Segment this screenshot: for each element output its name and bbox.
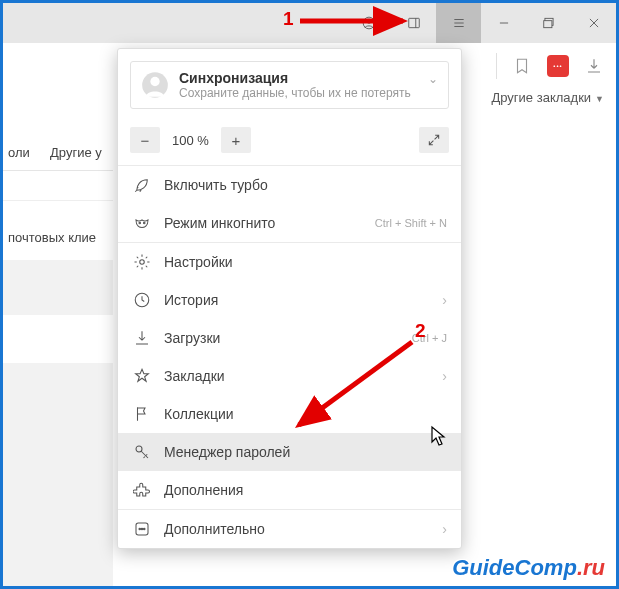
toolbar-right: ••• xyxy=(486,43,616,88)
menu-item-label: История xyxy=(164,292,218,308)
svg-point-15 xyxy=(144,222,146,224)
svg-point-1 xyxy=(366,19,370,23)
menu-item-label: Загрузки xyxy=(164,330,220,346)
menu-item-downloads[interactable]: Загрузки Ctrl + J xyxy=(118,319,461,357)
separator xyxy=(496,53,497,79)
menu-item-label: Настройки xyxy=(164,254,233,270)
bg-pane xyxy=(3,315,113,363)
svg-point-14 xyxy=(139,222,141,224)
svg-point-18 xyxy=(136,446,142,452)
watermark-text-a: GuideComp xyxy=(452,555,577,580)
rocket-icon xyxy=(132,175,152,195)
menu-item-history[interactable]: История › xyxy=(118,281,461,319)
bg-pane xyxy=(3,260,113,586)
sync-subtitle: Сохраните данные, чтобы их не потерять xyxy=(179,86,411,100)
download-icon xyxy=(132,328,152,348)
menu-item-collections[interactable]: Коллекции xyxy=(118,395,461,433)
menu-item-bookmarks[interactable]: Закладки › xyxy=(118,357,461,395)
sidebar-icon[interactable] xyxy=(391,3,436,43)
menu-item-label: Включить турбо xyxy=(164,177,268,193)
menu-item-password-manager[interactable]: Менеджер паролей xyxy=(118,433,461,471)
menu-item-label: Дополнения xyxy=(164,482,243,498)
other-bookmarks-button[interactable]: Другие закладки▼ xyxy=(491,90,604,105)
watermark-text-b: .ru xyxy=(577,555,605,580)
svg-point-20 xyxy=(139,528,141,530)
svg-point-22 xyxy=(144,528,146,530)
bg-text: почтовых клие xyxy=(8,230,96,245)
menu-item-label: Менеджер паролей xyxy=(164,444,290,460)
flag-icon xyxy=(132,404,152,424)
menu-item-addons[interactable]: Дополнения xyxy=(118,471,461,509)
lastpass-icon[interactable]: ••• xyxy=(547,55,569,77)
menu-item-more[interactable]: Дополнительно › xyxy=(118,510,461,548)
annotation-number-2: 2 xyxy=(415,320,426,342)
sync-promo-box[interactable]: Синхронизация Сохраните данные, чтобы их… xyxy=(130,61,449,109)
avatar-icon xyxy=(141,71,169,99)
menu-item-label: Режим инкогнито xyxy=(164,215,275,231)
zoom-value: 100 % xyxy=(168,133,213,148)
svg-point-13 xyxy=(150,77,159,86)
svg-point-16 xyxy=(140,260,145,265)
gear-icon xyxy=(132,252,152,272)
zoom-in-button[interactable]: + xyxy=(221,127,251,153)
chevron-down-icon: ▼ xyxy=(595,94,604,104)
divider xyxy=(3,170,113,171)
menu-item-incognito[interactable]: Режим инкогнито Ctrl + Shift + N xyxy=(118,204,461,242)
history-icon xyxy=(132,290,152,310)
menu-item-label: Коллекции xyxy=(164,406,234,422)
menu-item-turbo[interactable]: Включить турбо xyxy=(118,166,461,204)
chevron-right-icon: › xyxy=(442,521,447,537)
bg-text: Другие у xyxy=(50,145,102,160)
chevron-right-icon: › xyxy=(442,292,447,308)
svg-rect-2 xyxy=(408,18,419,27)
menu-item-label: Дополнительно xyxy=(164,521,265,537)
download-icon[interactable] xyxy=(583,55,605,77)
chevron-down-icon: ⌄ xyxy=(428,72,438,86)
menu-item-settings[interactable]: Настройки xyxy=(118,243,461,281)
sync-title: Синхронизация xyxy=(179,70,411,86)
zoom-controls: − 100 % + xyxy=(118,121,461,165)
mouse-cursor-icon xyxy=(430,425,448,447)
bookmark-flag-icon[interactable] xyxy=(511,55,533,77)
main-menu-button[interactable] xyxy=(436,3,481,43)
star-icon xyxy=(132,366,152,386)
dots-icon xyxy=(132,519,152,539)
menu-item-label: Закладки xyxy=(164,368,225,384)
other-bookmarks-label: Другие закладки xyxy=(491,90,591,105)
window-minimize-button[interactable] xyxy=(481,3,526,43)
chevron-right-icon: › xyxy=(442,368,447,384)
window-maximize-button[interactable] xyxy=(526,3,571,43)
annotation-number-1: 1 xyxy=(283,8,294,30)
main-menu-popup: Синхронизация Сохраните данные, чтобы их… xyxy=(117,48,462,549)
divider xyxy=(3,200,113,201)
profile-icon[interactable] xyxy=(346,3,391,43)
svg-point-21 xyxy=(141,528,143,530)
window-titlebar xyxy=(3,3,616,43)
svg-rect-9 xyxy=(543,21,551,28)
watermark: GuideComp.ru xyxy=(452,555,605,581)
fullscreen-button[interactable] xyxy=(419,127,449,153)
zoom-out-button[interactable]: − xyxy=(130,127,160,153)
key-icon xyxy=(132,442,152,462)
mask-icon xyxy=(132,213,152,233)
bg-text: оли xyxy=(8,145,30,160)
puzzle-icon xyxy=(132,480,152,500)
shortcut-label: Ctrl + Shift + N xyxy=(375,217,447,229)
window-close-button[interactable] xyxy=(571,3,616,43)
